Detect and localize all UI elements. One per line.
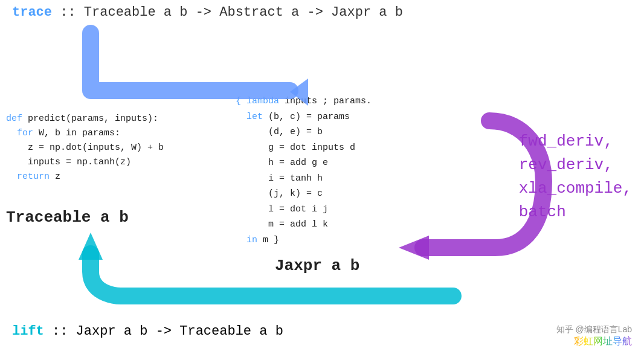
op-rev-deriv: rev_deriv, xyxy=(519,153,632,177)
code-line-3: z = np.dot(inputs, W) + b xyxy=(6,141,164,155)
op-batch: batch xyxy=(519,201,632,224)
bottom-signature: lift :: Jaxpr a b -> Traceable a b xyxy=(12,324,283,339)
jaxpr-line-5: h = add g e xyxy=(236,155,372,171)
trace-keyword: trace xyxy=(12,5,52,20)
code-line-5: return z xyxy=(6,170,164,184)
watermark-line2: 彩虹网址导航 xyxy=(556,335,632,348)
lift-rest: :: Jaxpr a b -> Traceable a b xyxy=(44,324,283,339)
jaxpr-line-2: let (b, c) = params xyxy=(236,109,372,125)
jaxpr-line-10: in m } xyxy=(236,233,372,248)
top-signature: trace :: Traceable a b -> Abstract a -> … xyxy=(12,5,403,20)
svg-marker-2 xyxy=(79,233,103,260)
jaxpr-line-7: (j, k) = c xyxy=(236,186,372,202)
left-code-block: def predict(params, inputs): for W, b in… xyxy=(6,112,164,184)
traceable-label: Traceable a b xyxy=(6,208,129,227)
jaxpr-code-block: { lambda inputs ; params. let (b, c) = p… xyxy=(236,94,372,248)
code-line-2: for W, b in params: xyxy=(6,126,164,141)
jaxpr-line-4: g = dot inputs d xyxy=(236,140,372,156)
trace-rest: :: Traceable a b -> Abstract a -> Jaxpr … xyxy=(52,5,403,20)
code-line-1: def predict(params, inputs): xyxy=(6,112,164,126)
svg-marker-1 xyxy=(399,236,429,260)
code-line-4: inputs = np.tanh(z) xyxy=(6,155,164,170)
jaxpr-line-1: { lambda inputs ; params. xyxy=(236,94,372,109)
jaxpr-line-3: (d, e) = b xyxy=(236,124,372,140)
watermark: 知乎 @编程语言Lab 彩虹网址导航 xyxy=(556,324,632,348)
watermark-line1: 知乎 @编程语言Lab xyxy=(556,324,632,335)
jaxpr-line-9: m = add l k xyxy=(236,217,372,233)
jaxpr-label: Jaxpr a b xyxy=(275,257,359,275)
op-xla-compile: xla_compile, xyxy=(519,177,632,201)
jaxpr-line-8: l = dot i j xyxy=(236,202,372,217)
right-operations: fwd_deriv, rev_deriv, xla_compile, batch xyxy=(519,130,632,224)
jaxpr-line-6: i = tanh h xyxy=(236,171,372,187)
op-fwd-deriv: fwd_deriv, xyxy=(519,130,632,153)
lift-keyword: lift xyxy=(12,324,44,339)
